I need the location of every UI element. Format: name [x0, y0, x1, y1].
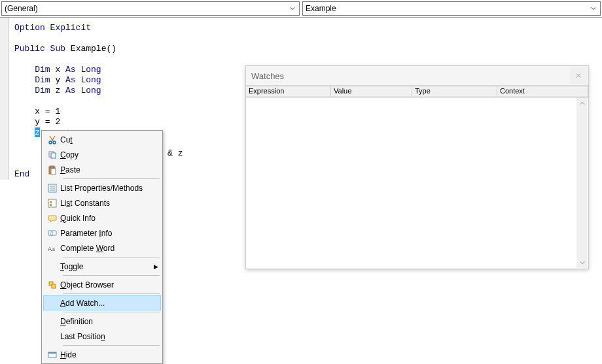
chevron-down-icon: [588, 2, 599, 15]
menu-label: Add Watch...: [60, 299, 158, 308]
column-context[interactable]: Context: [497, 86, 588, 97]
menu-label: List Constants: [60, 199, 158, 208]
menu-label: Complete Word: [60, 244, 158, 253]
menu-last-position[interactable]: Last Position: [43, 329, 161, 344]
cut-icon: [44, 133, 60, 147]
menu-label: Quick Info: [60, 214, 158, 223]
menu-cut[interactable]: Cut: [43, 132, 161, 147]
blank-icon: [44, 314, 60, 329]
column-value[interactable]: Value: [331, 86, 412, 97]
code-text: Option Explicit: [14, 23, 91, 33]
menu-list-constants[interactable]: List Constants: [43, 195, 161, 210]
column-expression[interactable]: Expression: [246, 86, 331, 97]
menu-label: Toggle: [60, 262, 154, 271]
code-text: Example(): [71, 44, 116, 54]
menu-complete-word[interactable]: Aa Complete Word: [43, 240, 161, 256]
menu-copy[interactable]: Copy: [43, 147, 161, 162]
list-constants-icon: [44, 196, 60, 210]
context-menu: Cut Copy Paste List Properties/Methods L…: [41, 130, 163, 364]
menu-separator: [63, 275, 160, 276]
menu-list-properties[interactable]: List Properties/Methods: [43, 180, 161, 195]
complete-word-icon: Aa: [44, 241, 60, 256]
menu-quick-info[interactable]: Quick Info: [43, 210, 161, 225]
watches-window: Watches ✕ Expression Value Type Context: [245, 65, 589, 269]
svg-rect-13: [50, 204, 52, 206]
svg-point-0: [49, 141, 52, 144]
submenu-arrow-icon: ▶: [154, 263, 158, 270]
parameter-info-icon: (): [44, 226, 60, 240]
code-text: x: [55, 65, 65, 74]
menu-label: Cut: [60, 135, 158, 144]
column-type[interactable]: Type: [412, 86, 497, 97]
code-text: x = 1: [35, 107, 60, 116]
svg-rect-20: [52, 284, 56, 288]
code-text: Dim: [35, 65, 55, 74]
menu-label: Hide: [60, 350, 158, 359]
svg-text:a: a: [52, 247, 55, 252]
list-properties-icon: [44, 181, 60, 195]
menu-parameter-info[interactable]: () Parameter Info: [43, 225, 161, 240]
svg-rect-3: [51, 153, 56, 158]
watches-scrollbar[interactable]: [576, 97, 588, 268]
code-text: & z: [162, 148, 183, 158]
code-gutter: [0, 18, 9, 180]
menu-separator: [63, 345, 160, 346]
code-text: Dim: [35, 75, 55, 85]
svg-rect-22: [48, 352, 56, 354]
top-dropdown-bar: (General) Example: [0, 0, 602, 18]
blank-icon: [44, 329, 60, 344]
menu-add-watch[interactable]: Add Watch...: [43, 295, 161, 310]
menu-label: Object Browser: [60, 280, 158, 290]
blank-icon: [44, 296, 60, 310]
menu-label: Parameter Info: [60, 229, 158, 238]
menu-label: Definition: [60, 317, 158, 326]
object-dropdown-value: (General): [5, 4, 38, 13]
code-text: Public Sub: [14, 44, 71, 54]
menu-object-browser[interactable]: Object Browser: [43, 277, 161, 292]
menu-definition[interactable]: Definition: [43, 314, 161, 329]
menu-label: Copy: [60, 150, 158, 159]
menu-separator: [63, 312, 160, 312]
menu-label: Paste: [60, 165, 158, 174]
column-label: Type: [415, 87, 431, 95]
code-text: As Long: [65, 75, 101, 85]
watches-title-text: Watches: [251, 71, 284, 81]
menu-label: List Properties/Methods: [60, 184, 158, 193]
svg-rect-6: [50, 166, 54, 168]
column-label: Context: [500, 87, 525, 95]
code-text: As Long: [65, 86, 101, 95]
svg-rect-5: [51, 169, 56, 174]
close-button[interactable]: ✕: [570, 67, 587, 84]
copy-icon: [44, 148, 60, 162]
menu-paste[interactable]: Paste: [43, 162, 161, 177]
menu-hide[interactable]: Hide: [43, 347, 161, 362]
procedure-dropdown-value: Example: [306, 4, 336, 13]
code-text: End: [14, 169, 29, 179]
object-dropdown[interactable]: (General): [1, 1, 300, 16]
close-icon: ✕: [575, 71, 582, 80]
scroll-down-icon[interactable]: [576, 257, 588, 268]
svg-rect-11: [48, 199, 56, 207]
code-text: y = 2: [35, 117, 60, 127]
svg-rect-14: [48, 216, 56, 220]
scroll-up-icon[interactable]: [576, 97, 588, 108]
hide-icon: [44, 348, 60, 362]
procedure-dropdown[interactable]: Example: [302, 1, 601, 16]
watches-columns-header: Expression Value Type Context: [246, 86, 588, 97]
menu-toggle[interactable]: Toggle ▶: [43, 259, 161, 274]
quick-info-icon: [44, 211, 60, 225]
paste-icon: [44, 163, 60, 177]
watches-title-bar[interactable]: Watches: [246, 66, 588, 86]
blank-icon: [44, 259, 60, 274]
menu-label: Last Position: [60, 332, 158, 341]
svg-text:A: A: [48, 246, 52, 252]
code-text: z: [55, 86, 65, 95]
object-browser-icon: [44, 278, 60, 292]
column-label: Value: [334, 87, 351, 95]
svg-rect-12: [50, 201, 52, 203]
code-selection: z: [35, 127, 40, 137]
code-text: As Long: [65, 65, 101, 74]
menu-separator: [63, 178, 160, 179]
column-label: Expression: [249, 87, 284, 95]
svg-point-1: [53, 141, 56, 144]
